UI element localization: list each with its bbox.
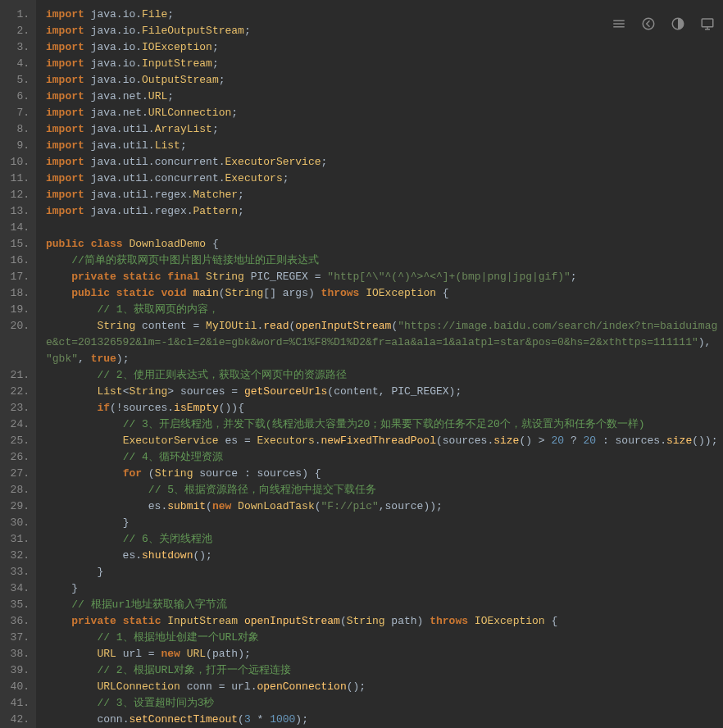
token-id xyxy=(206,238,212,250)
token-id: util xyxy=(123,156,148,168)
code-line[interactable]: import java.io.IOException; xyxy=(46,39,723,56)
code-line[interactable]: import java.util.regex.Matcher; xyxy=(46,187,723,203)
code-line[interactable]: } xyxy=(46,515,723,531)
code-line[interactable] xyxy=(46,220,723,236)
code-line[interactable]: // 1、根据地址创建一个URL对象 xyxy=(46,630,723,646)
code-line[interactable]: import java.io.OutputStream; xyxy=(46,72,723,89)
token-id xyxy=(468,615,475,627)
token-id: java xyxy=(84,107,116,119)
token-id: java xyxy=(84,90,116,102)
svg-rect-2 xyxy=(702,19,713,27)
token-kw: public xyxy=(46,238,84,250)
code-line[interactable]: } xyxy=(46,564,723,580)
token-op: ; xyxy=(436,500,443,512)
code-line[interactable]: } xyxy=(46,580,723,597)
token-op: . xyxy=(660,435,666,447)
code-line[interactable]: // 3、开启线程池，并发下载(线程池最大容量为20；如果要下载的任务不足20个… xyxy=(46,416,723,433)
monitor-icon[interactable] xyxy=(700,16,715,31)
token-id: io xyxy=(123,25,136,37)
token-op: , xyxy=(379,500,385,512)
code-area[interactable]: import java.io.File;import java.io.FileO… xyxy=(36,0,723,728)
token-op: } xyxy=(97,566,103,578)
code-line[interactable]: import java.util.ArrayList; xyxy=(46,121,723,138)
token-num: 20 xyxy=(551,435,564,447)
token-op: ( xyxy=(315,500,321,512)
token-op: . xyxy=(135,25,142,37)
code-line[interactable]: // 5、根据资源路径，向线程池中提交下载任务 xyxy=(46,482,723,498)
code-line[interactable]: // 6、关闭线程池 xyxy=(46,531,723,548)
code-editor[interactable]: 1.2.3.4.5.6.7.8.9.10.11.12.13.14.15.16.1… xyxy=(0,0,723,728)
code-line[interactable]: import java.util.concurrent.Executors; xyxy=(46,171,723,187)
token-op: . xyxy=(116,74,123,86)
code-line[interactable]: ExecutorService es = Executors.newFixedT… xyxy=(46,433,723,449)
code-line[interactable]: es.submit(new DownLoadTask("F://pic",sou… xyxy=(46,498,723,515)
code-line[interactable]: private static final String PIC_REGEX = … xyxy=(46,269,723,285)
code-line[interactable]: public static void main(String[] args) t… xyxy=(46,285,723,302)
code-line[interactable]: import java.net.URLConnection; xyxy=(46,105,723,121)
code-line[interactable]: URLConnection conn = url.openConnection(… xyxy=(46,679,723,695)
token-id: util xyxy=(123,172,148,184)
token-op: . xyxy=(135,41,142,53)
token-id: PIC_REGEX xyxy=(385,385,449,398)
token-cmt-cn: // 3、设置超时间为3秒 xyxy=(97,697,214,709)
token-op: ) xyxy=(231,402,238,414)
token-id: source xyxy=(385,500,424,512)
code-line[interactable]: // 1、获取网页的内容， xyxy=(46,302,723,318)
code-line[interactable]: conn.setConnectTimeout(3 * 1000); xyxy=(46,712,723,728)
code-line[interactable]: import java.util.regex.Pattern; xyxy=(46,203,723,220)
code-line[interactable]: //简单的获取网页中图片图片链接地址的正则表达式 xyxy=(46,253,723,269)
token-op: ( xyxy=(206,648,212,660)
code-line[interactable]: // 3、设置超时间为3秒 xyxy=(46,695,723,712)
list-icon[interactable] xyxy=(612,16,626,31)
code-line[interactable]: for (String source : sources) { xyxy=(46,466,723,482)
code-line[interactable]: // 4、循环处理资源 xyxy=(46,449,723,466)
token-id: regex xyxy=(155,189,187,201)
code-line[interactable]: String content = MyIOUtil.read(openInput… xyxy=(46,318,723,367)
token-op: . xyxy=(116,139,123,152)
line-number: 35. xyxy=(3,597,30,613)
token-op: > xyxy=(539,435,545,447)
token-cls: FileOutputStream xyxy=(142,25,244,37)
line-number: 41. xyxy=(3,695,30,712)
token-id xyxy=(46,271,71,283)
token-id xyxy=(84,353,91,365)
code-line[interactable]: public class DownloadDemo { xyxy=(46,236,723,253)
line-number: 17. xyxy=(3,269,30,285)
code-line[interactable]: // 根据url地址获取输入字节流 xyxy=(46,597,723,613)
code-line[interactable]: es.shutdown(); xyxy=(46,548,723,564)
token-op: ; xyxy=(206,549,212,562)
token-op: = xyxy=(244,435,251,447)
token-id: io xyxy=(123,41,136,53)
token-id xyxy=(46,566,97,578)
token-cls: IOException xyxy=(475,615,545,627)
token-op: = xyxy=(148,648,155,660)
code-line[interactable]: private static InputStream openInputStre… xyxy=(46,613,723,630)
token-id xyxy=(46,303,97,316)
token-id xyxy=(46,402,97,414)
code-line[interactable]: import java.net.URL; xyxy=(46,89,723,105)
token-op: . xyxy=(116,41,123,53)
token-id: net xyxy=(123,107,142,119)
code-line[interactable]: List<String> sources = getSourceUrls(con… xyxy=(46,384,723,400)
token-op: ; xyxy=(455,385,462,398)
token-op: . xyxy=(135,8,142,20)
contrast-icon[interactable] xyxy=(671,16,685,31)
token-cls: Pattern xyxy=(193,205,239,217)
code-line[interactable]: URL url = new URL(path); xyxy=(46,646,723,662)
token-op: ; xyxy=(212,57,219,70)
code-line[interactable]: // 2、根据URL对象，打开一个远程连接 xyxy=(46,662,723,679)
token-id: java xyxy=(84,25,116,37)
token-cls: Executors xyxy=(225,172,283,184)
token-op: . xyxy=(116,90,123,102)
code-line[interactable]: import java.io.InputStream; xyxy=(46,56,723,72)
code-line[interactable]: import java.util.List; xyxy=(46,138,723,154)
code-line[interactable]: import java.util.concurrent.ExecutorServ… xyxy=(46,154,723,171)
token-op: . xyxy=(187,189,193,201)
token-id: PIC_REGEX xyxy=(244,271,315,283)
back-icon[interactable] xyxy=(641,16,656,31)
code-line[interactable]: // 2、使用正则表达式，获取这个网页中的资源路径 xyxy=(46,367,723,384)
token-cls: Matcher xyxy=(193,189,239,201)
token-id: util xyxy=(123,205,148,217)
code-line[interactable]: if(!sources.isEmpty()){ xyxy=(46,400,723,416)
token-id xyxy=(251,435,257,447)
